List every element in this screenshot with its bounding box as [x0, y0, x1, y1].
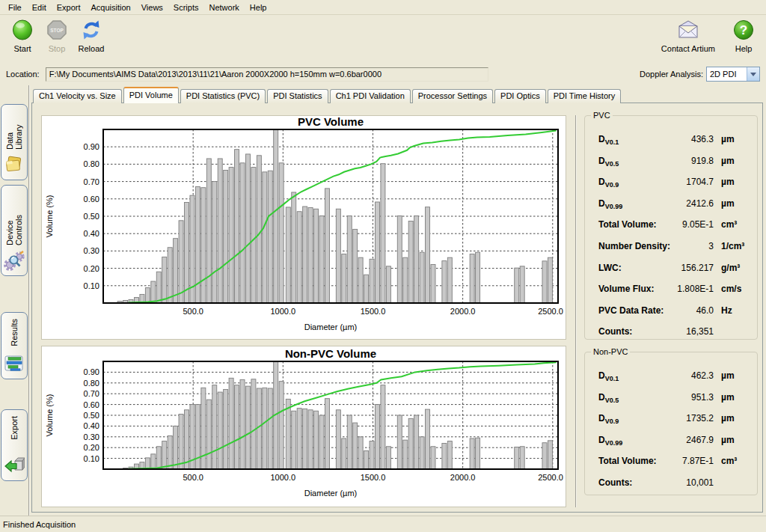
stat-row: DV0.992412.6µm — [598, 198, 750, 220]
svg-text:0.70: 0.70 — [84, 389, 99, 398]
content-area: Ch1 Velocity vs. SizePDI VolumePDI Stati… — [30, 85, 766, 516]
chevron-down-icon — [750, 73, 756, 76]
svg-text:Volume (%): Volume (%) — [45, 394, 54, 437]
stat-row: LWC:156.217g/m³ — [598, 263, 750, 284]
start-button[interactable]: Start — [7, 18, 37, 53]
svg-text:0.80: 0.80 — [84, 159, 99, 168]
status-bar: Finished Acquisition — [0, 516, 766, 532]
stat-unit: µm — [714, 435, 750, 445]
menu-item-file[interactable]: File — [3, 1, 27, 13]
help-button[interactable]: ? Help — [729, 18, 759, 53]
svg-text:Volume (%): Volume (%) — [45, 195, 54, 238]
stat-value: 2412.6 — [686, 198, 714, 209]
application-window: FileEditExportAcquisitionViewsScriptsNet… — [0, 0, 766, 532]
menu-item-edit[interactable]: Edit — [27, 1, 52, 13]
nonpvc-volume-chart: 0.100.200.300.400.500.600.700.800.90500.… — [42, 346, 564, 505]
stat-row: Total Volume:7.87E-1cm³ — [598, 456, 750, 477]
stat-unit: µm — [714, 392, 750, 403]
stat-label: DV0.1 — [598, 134, 619, 146]
stat-row: DV0.5951.3µm — [598, 392, 750, 414]
reload-button[interactable]: Reload — [76, 18, 106, 53]
stat-unit: µm — [714, 156, 750, 166]
stat-value: 9.05E-1 — [682, 219, 714, 230]
main-area: Data LibraryDevice ControlsResultsExport… — [0, 85, 766, 516]
svg-text:STOP: STOP — [50, 28, 64, 33]
stat-label: DV0.1 — [598, 370, 619, 382]
contact-artium-button[interactable]: Contact Artium — [661, 18, 715, 53]
stat-unit: µm — [714, 413, 750, 424]
svg-text:0.60: 0.60 — [84, 195, 99, 204]
stat-label: DV0.5 — [598, 392, 619, 404]
toolbar: Start STOP Stop Reload — [0, 15, 766, 63]
reload-icon — [79, 18, 103, 42]
stat-unit: µm — [714, 198, 750, 209]
stat-label: Total Volume: — [598, 219, 657, 230]
stat-row: DV0.992467.9µm — [598, 435, 750, 456]
status-text: Finished Acquisition — [3, 520, 76, 529]
doppler-analysis-label: Doppler Analysis: — [640, 70, 703, 79]
menu-item-network[interactable]: Network — [203, 1, 244, 13]
svg-text:500.0: 500.0 — [183, 473, 203, 482]
reload-label: Reload — [79, 44, 105, 53]
svg-text:0.20: 0.20 — [84, 443, 99, 452]
svg-text:2500.0: 2500.0 — [538, 307, 563, 316]
svg-text:0.50: 0.50 — [84, 212, 99, 221]
location-field[interactable]: F:\My Documents\AIMS Data\2013\2013\11\2… — [46, 67, 488, 82]
svg-text:0.30: 0.30 — [84, 432, 99, 441]
stat-label: LWC: — [598, 263, 622, 273]
menu-item-help[interactable]: Help — [245, 1, 272, 13]
tab-pdi-statistics[interactable]: PDI Statistics — [267, 89, 328, 103]
stat-value: 919.8 — [691, 156, 714, 166]
tab-pdi-volume[interactable]: PDI Volume — [123, 87, 179, 103]
doppler-analysis-value: 2D PDI — [707, 70, 747, 79]
results-chart-icon — [4, 353, 25, 376]
stat-row: DV0.1436.3µm — [598, 134, 750, 156]
svg-text:0.30: 0.30 — [84, 246, 99, 255]
sidebar-item-device-controls[interactable]: Device Controls — [1, 185, 28, 276]
start-icon — [10, 18, 34, 42]
menu-item-acquisition[interactable]: Acquisition — [86, 1, 136, 13]
pvc-volume-chart: 0.100.200.300.400.500.600.700.800.90500.… — [42, 116, 564, 337]
sidebar-item-data-library[interactable]: Data Library — [1, 104, 28, 180]
gears-icon — [4, 250, 25, 272]
sidebar-item-label: Device Controls — [5, 192, 23, 245]
stat-row: Counts:16,351 — [598, 326, 750, 348]
tab-pdi-statistics-pvc-[interactable]: PDI Statistics (PVC) — [180, 89, 266, 103]
nonpvc-group-title: Non-PVC — [591, 347, 630, 356]
pvc-stats-group: PVC DV0.1436.3µmDV0.5919.8µmDV0.91704.7µ… — [584, 115, 758, 340]
dropdown-button[interactable] — [747, 67, 759, 81]
stat-value: 1.808E-1 — [677, 284, 714, 294]
stat-row: Total Volume:9.05E-1cm³ — [598, 219, 750, 241]
tab-processor-settings[interactable]: Processor Settings — [412, 89, 493, 103]
tab-ch1-pdi-validation[interactable]: Ch1 PDI Validation — [330, 89, 411, 103]
tab-ch1-velocity-vs-size[interactable]: Ch1 Velocity vs. Size — [33, 89, 122, 103]
contact-artium-label: Contact Artium — [661, 44, 715, 53]
tab-pdi-time-history[interactable]: PDI Time History — [548, 89, 622, 103]
svg-text:0.70: 0.70 — [84, 177, 99, 186]
stat-value: 3 — [708, 241, 714, 251]
stat-row: PVC Data Rate:46.0Hz — [598, 305, 750, 327]
stat-label: DV0.9 — [598, 413, 619, 425]
stat-value: 1704.7 — [686, 177, 714, 187]
stat-label: Number Density: — [598, 241, 670, 251]
folders-icon — [4, 154, 25, 177]
svg-text:0.60: 0.60 — [84, 400, 99, 409]
menu-item-views[interactable]: Views — [136, 1, 168, 13]
stat-value: 46.0 — [696, 305, 714, 316]
svg-text:2500.0: 2500.0 — [538, 473, 563, 482]
sidebar-item-label: Results — [10, 319, 19, 346]
stat-unit: µm — [714, 134, 750, 144]
svg-text:0.40: 0.40 — [84, 421, 99, 430]
svg-text:1500.0: 1500.0 — [361, 473, 386, 482]
export-icon — [4, 455, 25, 477]
menu-item-export[interactable]: Export — [52, 1, 86, 13]
svg-text:Diameter (µm): Diameter (µm) — [304, 489, 358, 498]
tab-pdi-optics[interactable]: PDI Optics — [494, 89, 546, 103]
stat-label: Volume Flux: — [598, 284, 654, 294]
menu-item-scripts[interactable]: Scripts — [168, 1, 204, 13]
doppler-analysis-select[interactable]: 2D PDI — [706, 67, 760, 82]
stop-button[interactable]: STOP Stop — [42, 18, 72, 53]
stop-label: Stop — [49, 44, 66, 53]
sidebar-item-export[interactable]: Export — [1, 409, 28, 481]
sidebar-item-results[interactable]: Results — [1, 312, 28, 379]
